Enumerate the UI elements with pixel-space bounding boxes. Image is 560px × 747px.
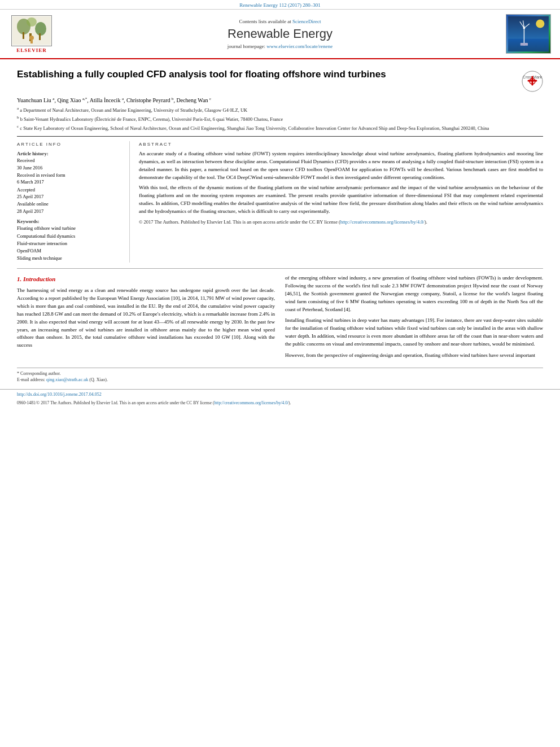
- bottom-copyright: 0960-1481/© 2017 The Authors. Published …: [0, 399, 560, 409]
- svg-rect-17: [520, 43, 528, 46]
- svg-rect-8: [30, 40, 33, 43]
- svg-rect-6: [39, 33, 41, 40]
- svg-point-11: [536, 19, 544, 28]
- contents-line: Contents lists available at ScienceDirec…: [59, 19, 501, 24]
- crossmark-logo: CrossMark: [522, 71, 543, 92]
- email-line: E-mail address: qing.xiao@strath.ac.uk (…: [17, 377, 543, 383]
- journal-header: ELSEVIER Contents lists available at Sci…: [0, 10, 560, 59]
- affil-b: b b Saint-Venant Hydraulics Laboratory (…: [17, 115, 543, 123]
- affil-a: a a Department of Naval Architecture, Oc…: [17, 106, 543, 114]
- history-label: Article history:: [17, 150, 123, 157]
- crossmark-svg: CrossMark: [522, 71, 543, 92]
- kw-1: Floating offshore wind turbine: [17, 225, 123, 231]
- journal-center: Contents lists available at ScienceDirec…: [59, 19, 501, 49]
- abstract-para-2: With this tool, the effects of the dynam…: [139, 184, 543, 216]
- received-item: Received 30 June 2016: [17, 157, 123, 171]
- journal-title: Renewable Energy: [59, 27, 501, 41]
- footnote-section: * Corresponding author. E-mail address: …: [17, 368, 543, 383]
- kw-2: Computational fluid dynamics: [17, 233, 123, 239]
- intro-label: Introduction: [23, 276, 55, 282]
- article-info-col: ARTICLE INFO Article history: Received 3…: [17, 141, 130, 262]
- abstract-copyright: © 2017 The Authors. Published by Elsevie…: [139, 219, 543, 226]
- intro-para-right-2: Installing floating wind turbines in dee…: [285, 317, 543, 348]
- elsevier-label: ELSEVIER: [16, 47, 47, 53]
- doi-link[interactable]: http://dx.doi.org/10.1016/j.renene.2017.…: [17, 392, 102, 397]
- intro-para-left: The harnessing of wind energy as a clean…: [17, 287, 275, 350]
- abstract-heading: ABSTRACT: [139, 141, 543, 148]
- intro-para-right: of the emerging offshore wind industry, …: [285, 274, 543, 314]
- bottom-bar: http://dx.doi.org/10.1016/j.renene.2017.…: [0, 389, 560, 399]
- kw-5: Sliding mesh technique: [17, 255, 123, 261]
- accepted-item: Accepted 25 April 2017: [17, 186, 123, 200]
- article-info-heading: ARTICLE INFO: [17, 141, 123, 148]
- abstract-text: An accurate study of a floating offshore…: [139, 150, 543, 216]
- intro-title: 1. Introduction: [17, 274, 275, 284]
- journal-homepage-link[interactable]: www.elsevier.com/locate/renene: [266, 43, 333, 49]
- journal-cover-svg: [508, 15, 549, 53]
- homepage-line: journal homepage: www.elsevier.com/locat…: [59, 43, 501, 49]
- kw-4: OpenFOAM: [17, 247, 123, 254]
- elsevier-tree-svg: [12, 16, 51, 45]
- kw-3: Fluid-structure interaction: [17, 240, 123, 247]
- revised-item: Received in revised form 6 March 2017: [17, 172, 123, 186]
- keywords-section: Keywords: Floating offshore wind turbine…: [17, 218, 123, 262]
- affil-c: c c State Key Laboratory of Ocean Engine…: [17, 124, 543, 132]
- authors-line: Yuanchuan Liu a, Qing Xiao a,*, Atilla İ…: [17, 97, 543, 103]
- cc-by-link[interactable]: http://creativecommons.org/licenses/by/4…: [340, 219, 425, 225]
- abstract-para-1: An accurate study of a floating offshore…: [139, 150, 543, 182]
- affiliations: a a Department of Naval Architecture, Oc…: [17, 106, 543, 132]
- svg-point-16: [523, 27, 526, 29]
- sciencedirect-link[interactable]: ScienceDirect: [292, 19, 321, 24]
- online-item: Available online 28 April 2017: [17, 200, 123, 215]
- intro-number: 1.: [17, 276, 21, 282]
- page-wrapper: Renewable Energy 112 (2017) 280–301: [0, 0, 560, 409]
- svg-point-3: [27, 18, 37, 27]
- svg-point-7: [29, 36, 34, 40]
- bottom-copyright-text: 0960-1481/© 2017 The Authors. Published …: [17, 400, 214, 405]
- intro-col-right: of the emerging offshore wind industry, …: [285, 274, 543, 363]
- section-divider: [17, 268, 543, 269]
- article-container: Establishing a fully coupled CFD analysi…: [0, 59, 560, 389]
- article-title: Establishing a fully coupled CFD analysi…: [17, 68, 515, 81]
- elsevier-logo: ELSEVIER: [9, 15, 54, 53]
- bottom-cc-link[interactable]: http://creativecommons.org/licenses/by/4…: [214, 400, 288, 405]
- svg-rect-5: [23, 32, 24, 39]
- article-title-section: Establishing a fully coupled CFD analysi…: [17, 65, 543, 92]
- elsevier-logo-image: [11, 15, 52, 46]
- top-banner: Renewable Energy 112 (2017) 280–301: [0, 0, 560, 10]
- email-link[interactable]: qing.xiao@strath.ac.uk: [46, 377, 88, 382]
- svg-rect-10: [508, 39, 549, 52]
- corresponding-author: * Corresponding author.: [17, 370, 543, 377]
- journal-thumbnail: [506, 14, 551, 54]
- intro-col-left: 1. Introduction The harnessing of wind e…: [17, 274, 275, 363]
- banner-text: Renewable Energy 112 (2017) 280–301: [239, 2, 320, 8]
- main-text: 1. Introduction The harnessing of wind e…: [17, 274, 543, 363]
- article-history: Article history: Received 30 June 2016 R…: [17, 150, 123, 215]
- article-info-abstract: ARTICLE INFO Article history: Received 3…: [17, 136, 543, 262]
- keywords-label: Keywords:: [17, 218, 123, 225]
- intro-para-right-3: However, from the perspective of enginee…: [285, 352, 543, 360]
- abstract-col: ABSTRACT An accurate study of a floating…: [139, 141, 543, 262]
